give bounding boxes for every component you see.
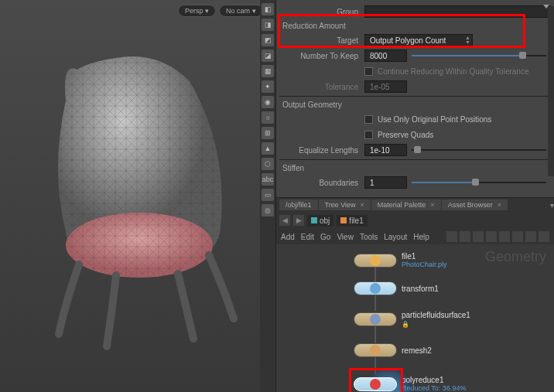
group-field[interactable] — [364, 5, 551, 18]
tool-icon[interactable]: ☼ — [262, 111, 274, 124]
numkeep-slider[interactable] — [412, 54, 546, 57]
chk-quality-label: Continue Reducing Within Quality Toleran… — [378, 67, 528, 76]
param-scrollbar[interactable] — [548, 6, 554, 176]
toolbar-icon[interactable] — [486, 231, 497, 242]
menu-add[interactable]: Add — [281, 233, 295, 241]
section-output-geo: Output Geometry — [279, 99, 551, 111]
persp-menu[interactable]: Persp ▾ — [178, 5, 216, 17]
target-label: Target — [279, 36, 364, 45]
node-transform1[interactable]: transform1 — [354, 281, 439, 295]
toolbar-icon[interactable] — [512, 231, 523, 242]
viewport-toolbar: ◧ ◨ ◩ ◪ ▦ ✦ ◉ ☼ ⊞ ▲ ⬡ abc ▭ ◎ — [260, 0, 275, 392]
network-menubar: Add Edit Go View Tools Layout Help — [276, 229, 554, 244]
section-reduction: Reduction Amount — [279, 20, 551, 32]
toolbar-icon[interactable] — [499, 231, 510, 242]
context-path[interactable]: /obj/file1 — [279, 199, 318, 210]
eqlen-label: Equalize Lengths — [279, 146, 364, 155]
numkeep-field[interactable]: 8000 — [364, 49, 407, 62]
tool-icon[interactable]: ▦ — [262, 65, 274, 77]
tool-icon[interactable]: ▭ — [262, 189, 274, 201]
tool-icon[interactable]: ⬡ — [262, 158, 274, 170]
boundaries-label: Boundaries — [279, 179, 364, 187]
tolerance-field: 1e-05 — [364, 80, 407, 93]
tool-icon[interactable]: ▲ — [262, 142, 274, 155]
parameter-panel: Group Reduction Amount Target Output Pol… — [276, 0, 554, 197]
node-remesh2[interactable]: remesh2 — [354, 343, 432, 357]
tool-icon[interactable]: ◪ — [262, 49, 274, 62]
toolbar-icon[interactable] — [460, 231, 470, 242]
toolbar-icon[interactable] — [539, 231, 549, 242]
network-graph[interactable]: Geometry file1PhotoChair.ply transform1 — [276, 244, 554, 392]
menu-tools[interactable]: Tools — [360, 233, 378, 241]
menu-layout[interactable]: Layout — [384, 233, 407, 241]
eqlen-slider[interactable] — [412, 148, 546, 152]
menu-view[interactable]: View — [337, 233, 354, 241]
collapse-icon[interactable]: ▾ — [550, 201, 554, 210]
tool-icon[interactable]: ◧ — [262, 3, 274, 15]
svg-point-1 — [66, 213, 213, 278]
boundaries-field[interactable]: 1 — [364, 176, 407, 189]
group-label: Group — [279, 8, 364, 16]
tool-icon[interactable]: ◨ — [262, 19, 274, 31]
toolbar-icon[interactable] — [473, 231, 484, 242]
chk-origpts[interactable] — [364, 115, 373, 124]
eqlen-field[interactable]: 1e-10 — [364, 144, 407, 156]
tool-icon[interactable]: abc — [262, 173, 274, 186]
dropdown-arrows-icon: ▲▼ — [465, 36, 470, 45]
section-stiffen: Stiffen — [279, 162, 551, 174]
numkeep-label: Number To Keep — [279, 52, 364, 60]
toolbar-icon[interactable] — [446, 231, 457, 242]
menu-help[interactable]: Help — [413, 233, 429, 241]
viewport-3d[interactable]: Persp ▾ No cam ▾ ◧ ◨ — [0, 0, 275, 392]
menu-edit[interactable]: Edit — [301, 233, 314, 241]
tool-icon[interactable]: ◩ — [262, 34, 274, 46]
chk-presquads[interactable] — [364, 131, 373, 139]
boundaries-slider[interactable] — [412, 181, 546, 184]
camera-menu[interactable]: No cam ▾ — [219, 5, 263, 17]
nav-fwd-icon[interactable]: ▶ — [293, 215, 304, 226]
tool-icon[interactable]: ◉ — [262, 96, 274, 108]
model-chair — [23, 46, 255, 356]
tool-icon[interactable]: ✦ — [262, 80, 274, 93]
path-file1[interactable]: file1 — [337, 215, 367, 227]
tab-treeview[interactable]: Tree View — [319, 199, 371, 210]
tool-icon[interactable]: ◎ — [262, 204, 274, 216]
chk-quality[interactable] — [364, 67, 373, 76]
tab-assetbrowser[interactable]: Asset Browser — [442, 199, 508, 210]
target-dropdown[interactable]: Output Polygon Count ▲▼ — [364, 34, 473, 46]
nav-back-icon[interactable]: ◀ — [279, 215, 290, 226]
node-polyreduce1[interactable]: polyreduce1Reduced To: 36.94% — [354, 376, 466, 392]
node-file1[interactable]: file1PhotoChair.ply — [354, 252, 447, 268]
chk-presquads-label: Preserve Quads — [378, 131, 433, 139]
menu-go[interactable]: Go — [320, 233, 330, 241]
tool-icon[interactable]: ⊞ — [262, 127, 274, 139]
network-pathbar: ◀ ▶ obj file1 — [276, 212, 554, 229]
node-particlefluidsurface1[interactable]: particlefluidsurface1🔒 — [354, 311, 470, 328]
tab-matpalette[interactable]: Material Palette — [371, 199, 441, 210]
tolerance-label: Tolerance — [279, 83, 364, 91]
target-value: Output Polygon Count — [370, 36, 446, 45]
chk-origpts-label: Use Only Original Point Positions — [378, 115, 491, 124]
toolbar-icon[interactable] — [525, 231, 536, 242]
lock-icon: 🔒 — [402, 321, 409, 328]
path-obj[interactable]: obj — [307, 215, 333, 227]
pane-tabbar: /obj/file1 Tree View Material Palette As… — [276, 198, 554, 212]
